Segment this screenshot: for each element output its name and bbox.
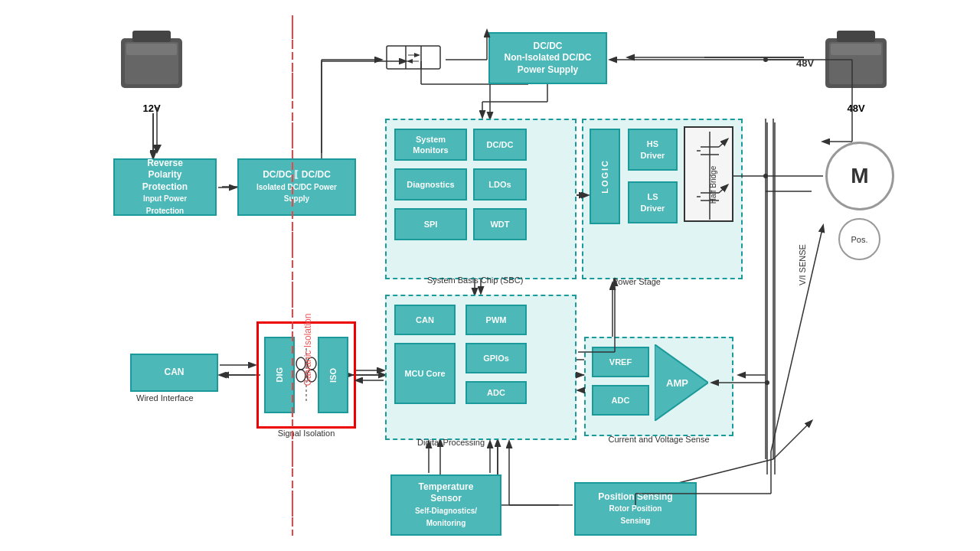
wdt-label: WDT bbox=[490, 219, 509, 230]
svg-rect-36 bbox=[387, 46, 440, 69]
power-stage-label: Power Stage bbox=[612, 277, 661, 286]
temp-sensor-label: TemperatureSensorSelf-Diagnostics/Monito… bbox=[415, 481, 477, 529]
motor-block: M bbox=[825, 142, 894, 210]
diagnostics-label: Diagnostics bbox=[407, 179, 454, 190]
vref-block: VREF bbox=[592, 347, 649, 377]
svg-rect-33 bbox=[837, 31, 875, 42]
diagram: 12V 48V M Pos. V/I SENSE DC/DCNon-Isolat… bbox=[0, 0, 980, 551]
voltage-48v-label: 48V bbox=[796, 57, 814, 69]
battery-12v: 12V bbox=[113, 23, 190, 114]
dcdc-sbc-label: DC/DC bbox=[487, 139, 514, 150]
dig-label: DIG bbox=[274, 367, 285, 383]
svg-rect-31 bbox=[126, 44, 177, 55]
adc-cv-block: ADC bbox=[592, 385, 649, 416]
signal-isolation-label: Signal Isolation bbox=[256, 429, 356, 438]
gpios-block: GPIOs bbox=[466, 343, 527, 373]
position-sensing-block: Position SensingRotor PositionSensing bbox=[574, 482, 697, 536]
half-bridge-block: Half Bridge bbox=[684, 126, 733, 222]
can-dp-label: CAN bbox=[416, 315, 434, 325]
diagnostics-block: Diagnostics bbox=[394, 168, 467, 201]
hs-driver-block: HSDriver bbox=[628, 129, 678, 171]
half-bridge-label: Half Bridge bbox=[709, 155, 777, 216]
digital-processing-label: Digital Processing bbox=[417, 438, 485, 447]
ldos-block: LDOs bbox=[473, 168, 527, 201]
dcdc-non-isolated-label: DC/DCNon-Isolated DC/DCPower Supply bbox=[505, 41, 592, 77]
dcdc-non-isolated-block: DC/DCNon-Isolated DC/DCPower Supply bbox=[488, 32, 607, 84]
mcu-core-label: MCU Core bbox=[404, 368, 445, 379]
system-monitors-label: SystemMonitors bbox=[413, 134, 448, 156]
svg-line-103 bbox=[771, 226, 823, 452]
dig-block: DIG bbox=[264, 337, 295, 413]
iso-block: ISO bbox=[318, 337, 348, 413]
arrow-12v bbox=[149, 107, 165, 157]
reverse-polarity-block: ReversePolarityProtectionInput PowerProt… bbox=[113, 158, 217, 216]
isolated-dcdc-label: DC/DC ⟦ DC/DCIsolated DC/DC PowerSupply bbox=[256, 169, 337, 205]
iso-label: ISO bbox=[328, 368, 338, 383]
battery-48v: 48V bbox=[818, 23, 894, 114]
vi-sense-label: V/I SENSE bbox=[798, 219, 807, 311]
logic-label: LOGIC bbox=[599, 159, 610, 194]
amp-block: AMP bbox=[655, 344, 708, 421]
pos-circle: Pos. bbox=[838, 218, 880, 260]
system-monitors-block: SystemMonitors bbox=[394, 129, 467, 161]
voltage-48v-label: 48V bbox=[818, 103, 894, 114]
sbc-label: System Basis Chip (SBC) bbox=[427, 276, 523, 285]
can-dp-block: CAN bbox=[394, 305, 456, 335]
adc-cv-label: ADC bbox=[612, 395, 630, 406]
pwm-block: PWM bbox=[466, 305, 527, 335]
svg-line-25 bbox=[773, 421, 812, 459]
svg-point-70 bbox=[763, 57, 768, 62]
pos-label: Pos. bbox=[851, 235, 867, 244]
vref-label: VREF bbox=[609, 357, 632, 367]
hs-driver-label: HSDriver bbox=[641, 139, 665, 161]
can-wired-block: CAN bbox=[130, 354, 218, 392]
pwm-label: PWM bbox=[486, 315, 507, 325]
can-wired-label: CAN bbox=[165, 367, 185, 379]
spi-block: SPI bbox=[394, 208, 467, 240]
adc-dp-label: ADC bbox=[487, 387, 505, 398]
spi-label: SPI bbox=[424, 219, 438, 230]
adc-dp-block: ADC bbox=[466, 381, 527, 404]
wdt-block: WDT bbox=[473, 208, 527, 240]
wired-interface-label: Wired Interface bbox=[136, 393, 194, 403]
relay-symbol bbox=[383, 38, 444, 77]
ldos-label: LDOs bbox=[488, 179, 511, 190]
dcdc-sbc-block: DC/DC bbox=[473, 129, 527, 161]
ls-driver-label: LSDriver bbox=[641, 191, 665, 214]
ls-driver-block: LSDriver bbox=[628, 181, 678, 223]
svg-text:AMP: AMP bbox=[666, 377, 688, 389]
gpios-label: GPIOs bbox=[483, 353, 509, 364]
svg-point-91 bbox=[765, 380, 769, 385]
position-sensing-label: Position SensingRotor PositionSensing bbox=[598, 491, 672, 527]
svg-rect-29 bbox=[132, 31, 171, 42]
reverse-polarity-label: ReversePolarityProtectionInput PowerProt… bbox=[142, 158, 188, 217]
current-voltage-label: Current and Voltage Sense bbox=[584, 435, 733, 444]
mcu-core-block: MCU Core bbox=[394, 343, 456, 404]
svg-line-44 bbox=[719, 139, 727, 147]
temp-sensor-block: TemperatureSensorSelf-Diagnostics/Monito… bbox=[390, 474, 501, 536]
isolated-dcdc-block: DC/DC ⟦ DC/DCIsolated DC/DC PowerSupply bbox=[237, 158, 356, 216]
logic-block: LOGIC bbox=[590, 129, 620, 224]
galvanic-isolation-label: Galvanic Isolation bbox=[302, 314, 313, 386]
svg-rect-35 bbox=[831, 44, 881, 55]
motor-label: M bbox=[851, 164, 868, 188]
